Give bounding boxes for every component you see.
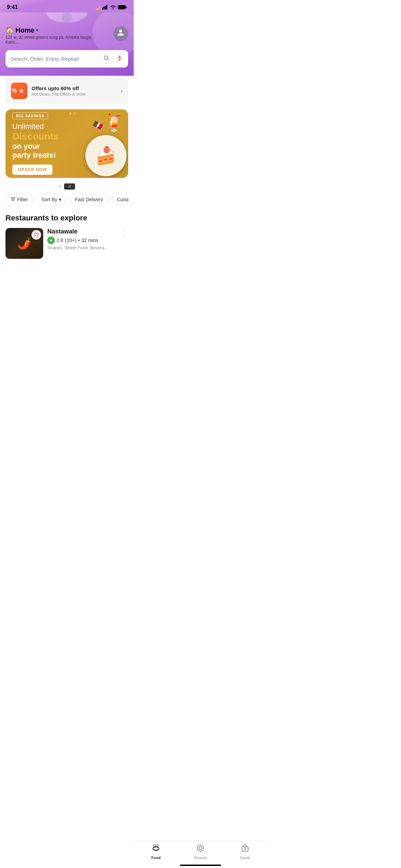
location-row: 🏠 Home ▾ 122 w, 32 street greens burg pa… <box>5 24 128 48</box>
promo-line1: Unlimited <box>12 122 72 131</box>
food-plate: 🍰 <box>85 135 126 176</box>
offers-chevron-icon: › <box>121 87 123 95</box>
promo-highlight: Discounts <box>12 131 72 142</box>
avatar-icon <box>117 29 124 38</box>
filter-icon <box>11 197 15 202</box>
offer-badge: % <box>11 83 27 99</box>
cuisine-text: Snacks, Street Food, Bevera... <box>47 245 115 250</box>
restaurant-card[interactable]: 🌶️ Nastawale 2.8 (10+) • 32 mins <box>5 228 128 259</box>
signal-icon <box>102 5 108 10</box>
filter-chip-cuisines[interactable]: Cuisines ▾ <box>112 194 128 205</box>
fast-delivery-label: Fast Delivery <box>75 197 103 202</box>
svg-rect-9 <box>119 56 121 59</box>
avatar-button[interactable] <box>113 26 128 41</box>
dot-active: 2/ <box>64 183 75 190</box>
filter-label: Filter <box>17 197 28 202</box>
promo-badge: BIG SAVINGS <box>12 112 48 119</box>
restaurants-section-title: Restaurants to explore <box>5 214 128 222</box>
promo-line4: party treats! <box>12 151 72 160</box>
dot-1 <box>59 185 61 188</box>
rating-reviews: (10+) <box>65 238 76 243</box>
restaurant-info: Nastawale 2.8 (10+) • 32 mins Snacks, St… <box>47 228 115 250</box>
chevron-down-icon: ▾ <box>36 28 38 33</box>
wifi-icon <box>110 5 116 10</box>
more-options-button[interactable]: ⋮ <box>119 228 128 238</box>
svg-rect-0 <box>102 8 103 10</box>
svg-rect-6 <box>126 6 127 8</box>
status-time: 9:41 <box>7 4 18 10</box>
rating-value: 2.8 <box>57 238 63 243</box>
restaurant-image: 🌶️ <box>5 228 43 259</box>
status-icons: 🌙 <box>95 5 127 10</box>
header-area: 🏠 Home ▾ 122 w, 32 street greens burg pa… <box>0 12 134 76</box>
location-name: Home <box>15 26 35 34</box>
status-bar: 9:41 🌙 <box>0 0 134 12</box>
filter-chip-filter[interactable]: Filter <box>5 194 33 205</box>
rating-row: 2.8 (10+) • 32 mins <box>47 237 115 244</box>
offers-banner[interactable]: % Offers upto 60% off Hot Deals, Flat Of… <box>5 78 128 104</box>
moon-icon: 🌙 <box>95 5 100 10</box>
search-divider <box>113 56 113 62</box>
svg-rect-3 <box>106 5 107 10</box>
svg-rect-1 <box>104 7 105 10</box>
promo-order-button[interactable]: ORDER NOW <box>12 165 52 175</box>
promo-banner[interactable]: BIG SAVINGS Unlimited Discounts on your … <box>5 109 128 178</box>
offers-subtitle: Hot Deals, Flat Offers & more <box>32 92 117 97</box>
location-label[interactable]: 🏠 Home ▾ <box>5 26 101 34</box>
svg-line-8 <box>107 59 108 60</box>
favorite-button[interactable] <box>32 230 41 240</box>
home-icon: 🏠 <box>5 26 14 34</box>
promo-section: BIG SAVINGS Unlimited Discounts on your … <box>5 109 128 178</box>
sort-label: Sort By <box>41 197 57 202</box>
sort-chevron-icon: ▾ <box>59 197 61 202</box>
offers-text: Offers upto 60% off Hot Deals, Flat Offe… <box>32 85 117 97</box>
battery-icon <box>118 5 127 10</box>
svg-rect-5 <box>118 5 125 9</box>
svg-rect-2 <box>105 6 106 10</box>
rating-separator: • <box>78 238 80 243</box>
svg-marker-16 <box>50 239 52 242</box>
restaurant-name: Nastawale <box>47 228 115 235</box>
promo-sub: on your <box>12 142 72 151</box>
svg-point-4 <box>113 8 114 9</box>
rating-badge <box>47 237 55 244</box>
filter-row: Filter Sort By ▾ Fast Delivery Cuisines … <box>5 194 128 207</box>
location-address: 122 w, 32 street greens burg pa, Ambika … <box>5 35 101 45</box>
main-content: % Offers upto 60% off Hot Deals, Flat Of… <box>0 72 134 278</box>
cuisines-label: Cuisines <box>117 197 128 202</box>
search-bar[interactable] <box>5 50 128 68</box>
delivery-time: 32 mins <box>81 238 98 243</box>
offers-title: Offers upto 60% off <box>32 85 117 91</box>
filter-chip-fastdelivery[interactable]: Fast Delivery <box>70 194 108 205</box>
mic-icon[interactable] <box>117 55 123 63</box>
search-icon <box>103 55 109 63</box>
svg-text:%: % <box>20 89 23 93</box>
search-input[interactable] <box>11 56 100 62</box>
drink-icon: 🍹 <box>104 113 125 133</box>
filter-chip-sortby[interactable]: Sort By ▾ <box>36 194 66 205</box>
dots-indicator: 2/ <box>5 183 128 190</box>
location-left[interactable]: 🏠 Home ▾ 122 w, 32 street greens burg pa… <box>5 26 101 45</box>
